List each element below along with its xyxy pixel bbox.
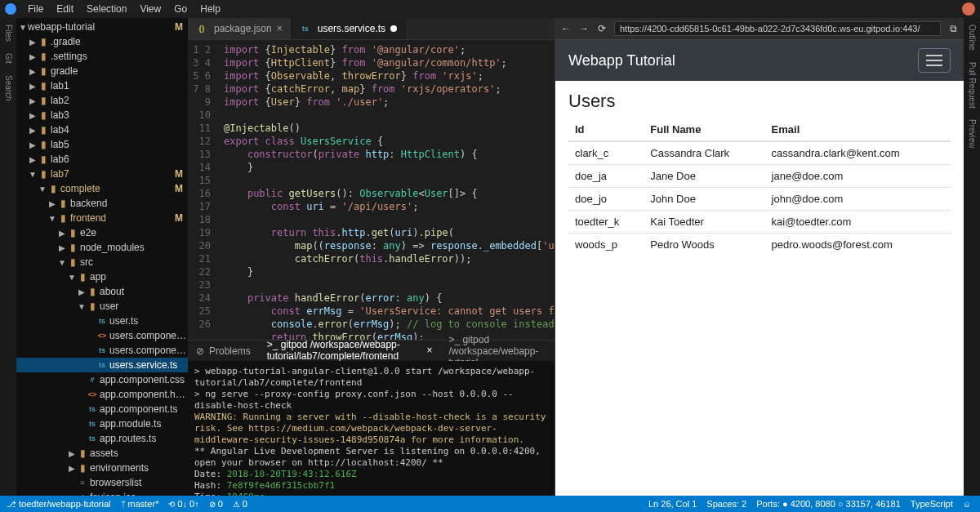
activity-files[interactable]: Files <box>4 24 13 42</box>
menu-edit[interactable]: Edit <box>50 2 80 16</box>
folder-assets[interactable]: ▶▮assets <box>16 446 188 461</box>
folder-icon: ▮ <box>87 301 98 312</box>
menu-help[interactable]: Help <box>194 2 227 16</box>
folder-frontend[interactable]: ▼▮frontendM <box>16 211 188 225</box>
folder-icon: ▮ <box>38 168 49 180</box>
folder-lab2[interactable]: ▶▮lab2 <box>16 93 188 108</box>
file-user-ts[interactable]: tsuser.ts <box>16 314 188 328</box>
modified-badge: M <box>175 21 188 33</box>
file-users-component-ts[interactable]: tsusers.component.ts <box>16 343 188 358</box>
open-external-icon[interactable]: ⧉ <box>947 23 959 34</box>
tree-root[interactable]: ▼ webapp-tutorial M <box>16 20 188 34</box>
folder--gradle[interactable]: ▶▮.gradle <box>16 34 188 49</box>
hamburger-menu-icon[interactable] <box>918 48 951 73</box>
status-item[interactable]: Spaces: 2 <box>706 499 746 509</box>
status-icon: ☺ <box>963 500 971 509</box>
folder-icon: ▮ <box>67 256 78 268</box>
rail-outline[interactable]: Outline <box>968 24 977 51</box>
table-cell: doe_jo <box>568 188 644 211</box>
folder-lab3[interactable]: ▶▮lab3 <box>16 108 188 122</box>
table-cell: toedter_k <box>568 211 644 234</box>
file-users-service-ts[interactable]: tsusers.service.ts <box>16 358 188 372</box>
activity-search[interactable]: Search <box>4 75 13 101</box>
folder-user[interactable]: ▼▮user <box>16 299 188 314</box>
rail-pull-request[interactable]: Pull Request <box>968 62 977 109</box>
file-app-component-css[interactable]: #app.component.css <box>16 372 188 387</box>
status-item[interactable]: ⟲0↓ 0↑ <box>168 499 198 509</box>
file-explorer[interactable]: ▼ webapp-tutorial M ▶▮.gradle▶▮.settings… <box>16 18 188 496</box>
status-item[interactable]: Ports: ● 4200, 8080 ○ 33157, 46181 <box>756 499 901 509</box>
folder-backend[interactable]: ▶▮backend <box>16 196 188 211</box>
file-app-routes-ts[interactable]: tsapp.routes.ts <box>16 431 188 446</box>
folder-lab5[interactable]: ▶▮lab5 <box>16 137 188 152</box>
folder-icon: ▮ <box>38 124 49 136</box>
editor-tab-users-service-ts[interactable]: tsusers.service.ts <box>292 18 406 39</box>
editor-tab-package-json[interactable]: {}package.json× <box>188 18 292 39</box>
file-app-component-ts[interactable]: tsapp.component.ts <box>16 402 188 416</box>
menu-selection[interactable]: Selection <box>80 2 133 16</box>
file-icon: ts <box>87 405 98 413</box>
folder-app[interactable]: ▼▮app <box>16 269 188 284</box>
file-users-component-html[interactable]: <>users.component.html <box>16 328 188 343</box>
preview-url-input[interactable] <box>614 21 941 36</box>
folder-icon: ▮ <box>77 447 88 459</box>
tree-root-label: webapp-tutorial <box>28 21 175 33</box>
preview-browser[interactable]: Webapp Tutorial Users IdFull NameEmail c… <box>555 39 964 496</box>
status-item[interactable]: ☺ <box>963 500 973 509</box>
folder-icon: ▮ <box>87 286 98 297</box>
folder-gradle[interactable]: ▶▮gradle <box>16 64 188 78</box>
file-app-module-ts[interactable]: tsapp.module.ts <box>16 416 188 431</box>
table-cell: John Doe <box>644 188 764 211</box>
table-cell: clark_c <box>568 141 644 165</box>
close-icon[interactable]: × <box>277 23 283 34</box>
user-avatar[interactable] <box>962 2 975 16</box>
status-item[interactable]: TypeScript <box>911 499 953 509</box>
folder-environments[interactable]: ▶▮environments <box>16 461 188 475</box>
file-icon: <> <box>87 390 98 398</box>
terminal-tab[interactable]: >_ gitpod /workspace/webapp-tutorial <box>440 341 555 362</box>
folder-src[interactable]: ▼▮src <box>16 255 188 269</box>
nav-reload-icon[interactable]: ⟳ <box>596 23 608 34</box>
menu-file[interactable]: File <box>21 2 50 16</box>
table-cell: doe_ja <box>568 165 644 188</box>
file-icon: ts <box>96 317 108 325</box>
file-browserslist[interactable]: ≡browserslist <box>16 475 188 490</box>
folder-lab1[interactable]: ▶▮lab1 <box>16 78 188 93</box>
status-item[interactable]: ⚠0 <box>233 499 247 509</box>
folder-lab6[interactable]: ▶▮lab6 <box>16 152 188 167</box>
folder-complete[interactable]: ▼▮completeM <box>16 181 188 196</box>
folder-lab7[interactable]: ▼▮lab7M <box>16 167 188 181</box>
status-item[interactable]: Ln 26, Col 1 <box>648 499 697 509</box>
status-item[interactable]: ⊘0 <box>209 499 223 509</box>
menu-go[interactable]: Go <box>167 2 194 16</box>
page-heading: Users <box>568 91 951 112</box>
file-icon: ts <box>96 346 108 354</box>
code-editor[interactable]: 1 2 3 4 5 6 7 8 9 10 11 12 13 14 15 16 1… <box>188 39 555 340</box>
terminal-output[interactable]: > webapp-tutorial-angular-client@1.0.0 s… <box>188 361 555 496</box>
folder-icon: ▮ <box>38 154 49 165</box>
folder-node-modules[interactable]: ▶▮node_modules <box>16 240 188 255</box>
terminal-tab[interactable]: ⊘Problems <box>188 341 259 362</box>
folder-icon: ▮ <box>47 183 59 194</box>
nav-back-icon[interactable]: ← <box>560 23 572 34</box>
rail-preview[interactable]: Preview <box>968 119 977 149</box>
menu-view[interactable]: View <box>133 2 167 16</box>
folder--settings[interactable]: ▶▮.settings <box>16 49 188 64</box>
nav-forward-icon[interactable]: → <box>578 23 590 34</box>
status-item[interactable]: ᛘmaster* <box>121 499 159 509</box>
code-content[interactable]: import {Injectable} from '@angular/core'… <box>217 40 555 340</box>
folder-e2e[interactable]: ▶▮e2e <box>16 225 188 240</box>
folder-lab4[interactable]: ▶▮lab4 <box>16 122 188 137</box>
close-icon[interactable]: × <box>426 345 432 356</box>
file-icon: ts <box>96 361 108 369</box>
file-favicon-ico[interactable]: ◆favicon.ico <box>16 490 188 496</box>
terminal-tab-label: Problems <box>209 345 251 357</box>
status-item[interactable]: ⎇toedter/webapp-tutorial <box>7 499 111 509</box>
folder-about[interactable]: ▶▮about <box>16 284 188 299</box>
folder-icon: ▮ <box>38 36 49 47</box>
activity-git[interactable]: Git <box>4 53 13 64</box>
file-app-component-html[interactable]: <>app.component.html <box>16 387 188 402</box>
terminal-tab[interactable]: >_ gitpod /workspace/webapp-tutorial/lab… <box>259 341 441 362</box>
right-rail: OutlinePull RequestPreview <box>964 18 980 496</box>
file-icon: ts <box>300 24 311 33</box>
